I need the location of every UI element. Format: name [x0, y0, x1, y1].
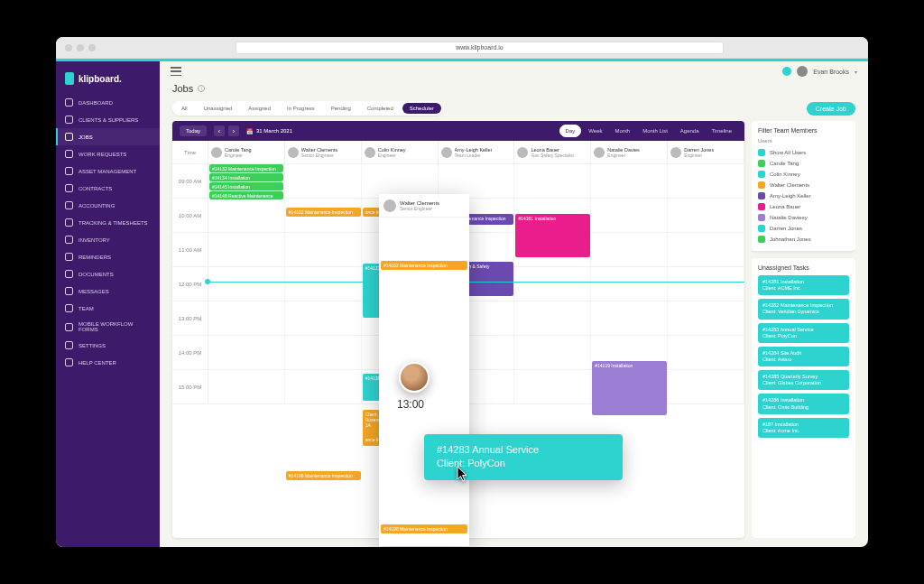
nav-item[interactable]: WORK REQUESTS: [56, 145, 160, 162]
team-header-cell[interactable]: Natalie DaviesEngineer: [591, 141, 668, 163]
nav-item[interactable]: DASHBOARD: [56, 94, 160, 111]
window-dot[interactable]: [77, 44, 84, 51]
status-tab[interactable]: Pending: [324, 103, 358, 114]
unassigned-task-card[interactable]: #14283 Annual ServiceClient: PolyCon: [758, 323, 849, 343]
team-header-cell[interactable]: Carole TangEngineer: [208, 141, 285, 163]
grid-cell[interactable]: [285, 267, 362, 301]
grid-cell[interactable]: [514, 164, 591, 198]
logo[interactable]: klipboard.: [56, 69, 160, 94]
grid-cell[interactable]: [439, 164, 515, 198]
schedule-event[interactable]: #14132 Maintenance Inspection: [209, 164, 283, 172]
grid-cell[interactable]: [514, 267, 591, 301]
unassigned-task-card[interactable]: #187 InstallationClient: Acme Inc.: [758, 418, 849, 438]
create-job-button[interactable]: Create Job: [807, 102, 855, 116]
status-tab[interactable]: All: [174, 103, 195, 114]
unassigned-task-card[interactable]: #14284 Site AuditClient: Aviaro: [758, 347, 849, 366]
grid-cell[interactable]: [208, 370, 285, 403]
drag-task-card[interactable]: #14283 Annual Service Client: PolyCon: [424, 434, 623, 480]
user-area[interactable]: Evan Brooks ▾: [782, 66, 857, 77]
user-filter-item[interactable]: Colin Kinney: [758, 169, 849, 180]
user-filter-item[interactable]: Amy-Leigh Keller: [758, 190, 849, 201]
window-dot[interactable]: [88, 44, 96, 51]
nav-item[interactable]: ASSET MANAGEMENT: [56, 162, 160, 180]
grid-cell[interactable]: [668, 164, 744, 198]
grid-cell[interactable]: [591, 164, 668, 198]
grid-cell[interactable]: [591, 301, 668, 335]
user-filter-item[interactable]: Carole Tang: [758, 158, 849, 169]
team-header-cell[interactable]: Darren JonesEngineer: [668, 141, 744, 163]
view-button[interactable]: Agenda: [675, 125, 705, 136]
view-button[interactable]: Week: [583, 125, 607, 136]
team-header-cell[interactable]: Walter ClementsSenior Engineer: [285, 141, 362, 163]
schedule-event[interactable]: #14162 Maintenance Inspection: [381, 261, 467, 270]
grid-cell[interactable]: [208, 233, 285, 266]
grid-cell[interactable]: [668, 301, 744, 335]
next-button[interactable]: ›: [228, 125, 239, 136]
grid-cell[interactable]: [591, 267, 668, 301]
grid-cell[interactable]: [668, 336, 744, 369]
grid-cell[interactable]: #14132 Maintenance Inspection#14134 Inst…: [208, 164, 285, 198]
schedule-event[interactable]: #14134 Installation: [209, 173, 283, 181]
nav-item[interactable]: ACCOUNTING: [56, 197, 160, 214]
team-header-cell[interactable]: Colin KinneyEngineer: [362, 141, 439, 163]
nav-item[interactable]: DOCUMENTS: [56, 265, 160, 283]
grid-cell[interactable]: [208, 267, 285, 301]
status-tab[interactable]: Scheduler: [402, 103, 441, 114]
prev-button[interactable]: ‹: [214, 125, 225, 136]
info-icon[interactable]: i: [198, 85, 205, 92]
status-tab[interactable]: Completed: [360, 103, 401, 114]
grid-cell[interactable]: [668, 233, 744, 266]
grid-cell[interactable]: [285, 233, 362, 266]
status-tab[interactable]: Assigned: [241, 103, 278, 114]
grid-cell[interactable]: [285, 336, 362, 369]
grid-cell[interactable]: [208, 301, 285, 335]
nav-item[interactable]: INVENTORY: [56, 231, 160, 248]
unassigned-task-card[interactable]: #14282 Maintenance InspectionClient: Ver…: [758, 299, 849, 319]
user-filter-item[interactable]: Leona Bauer: [758, 201, 849, 212]
today-button[interactable]: Today: [180, 125, 207, 136]
notification-dot-icon[interactable]: [782, 67, 791, 76]
view-button[interactable]: Day: [559, 125, 582, 137]
user-filter-item[interactable]: Natalie Daviesy: [758, 212, 849, 223]
grid-cell[interactable]: [514, 336, 591, 369]
team-header-cell[interactable]: Leona BauerGas Safety Specialist: [514, 141, 591, 163]
status-tab[interactable]: Unassigned: [197, 103, 240, 114]
grid-cell[interactable]: [514, 301, 591, 335]
grid-cell[interactable]: [514, 370, 591, 403]
grid-cell[interactable]: [208, 199, 285, 232]
nav-item[interactable]: TRACKING & TIMESHEETS: [56, 214, 160, 231]
nav-item[interactable]: MOBILE WORKFLOW FORMS: [56, 317, 160, 337]
status-tab[interactable]: In Progress: [280, 103, 322, 114]
schedule-event[interactable]: #14198 Maintenance Inspection: [381, 524, 467, 533]
grid-cell[interactable]: [668, 267, 744, 301]
nav-item[interactable]: CLIENTS & SUPPLIERS: [56, 111, 160, 128]
grid-cell[interactable]: [591, 233, 668, 266]
unassigned-task-card[interactable]: #14281 InstallationClient: ACME Inc.: [758, 275, 849, 295]
team-header-cell[interactable]: Amy-Leigh KellerTeam Leader: [439, 141, 515, 163]
unassigned-task-card[interactable]: #14286 InstallationClient: Omis Building: [758, 394, 849, 413]
schedule-event[interactable]: #14145 Installation: [209, 182, 283, 190]
grid-cell[interactable]: [591, 199, 668, 232]
grid-cell[interactable]: [285, 301, 362, 335]
window-dot[interactable]: [65, 44, 72, 51]
grid-cell[interactable]: [668, 199, 744, 232]
user-filter-item[interactable]: Show All Users: [758, 147, 849, 158]
user-filter-item[interactable]: Johnathan Jones: [758, 234, 849, 245]
nav-item[interactable]: TEAM: [56, 300, 160, 317]
grid-cell[interactable]: [208, 336, 285, 369]
url-bar[interactable]: www.klipboard.io: [236, 42, 724, 54]
view-button[interactable]: Timeline: [707, 125, 737, 136]
unassigned-task-card[interactable]: #14285 Quarterly SurveyClient: Globex Co…: [758, 370, 849, 390]
grid-cell[interactable]: [285, 370, 362, 403]
schedule-event[interactable]: #14162 Maintenance Inspection: [286, 208, 361, 217]
schedule-event[interactable]: #14198 Maintenance Inspection: [286, 471, 361, 480]
nav-item[interactable]: JOBS: [56, 128, 160, 145]
grid-cell[interactable]: [362, 164, 439, 198]
view-button[interactable]: Month: [609, 125, 635, 136]
nav-item[interactable]: HELP CENTER: [56, 354, 160, 371]
grid-cell[interactable]: [285, 164, 362, 198]
user-filter-item[interactable]: Darren Jones: [758, 223, 849, 234]
nav-item[interactable]: MESSAGES: [56, 283, 160, 300]
nav-item[interactable]: SETTINGS: [56, 337, 160, 354]
date-display[interactable]: 📅 31 March 2021: [246, 128, 292, 134]
